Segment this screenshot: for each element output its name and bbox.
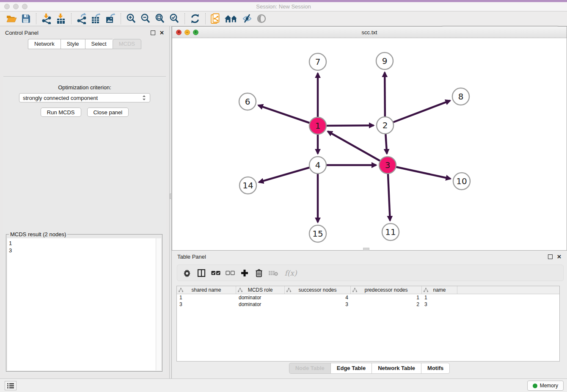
zoom-fit-icon[interactable] [153,12,167,25]
run-mcds-button[interactable]: Run MCDS [41,108,81,117]
delete-column-trash-icon[interactable] [253,267,265,279]
gear-icon[interactable] [181,267,193,279]
mcds-result-text[interactable]: 1 3 [7,238,156,370]
network-canvas[interactable]: 7968124314101511 [172,38,567,250]
tab-motifs[interactable]: Motifs [421,363,450,374]
svg-text:15: 15 [312,229,323,239]
mcds-result-group: MCDS result (2 nodes) 1 3 [6,234,162,372]
node-11[interactable]: 11 [382,224,399,240]
cell-predecessor-nodes[interactable]: 2 [351,301,422,308]
open-folder-icon[interactable] [4,12,19,25]
svg-text:14: 14 [242,180,253,190]
cell-successor-nodes[interactable]: 4 [285,294,351,301]
column-header-successor-nodes[interactable]: successor nodes [285,286,351,294]
edge-3-1[interactable] [328,131,388,165]
close-table-panel-icon[interactable]: ✕ [557,254,561,259]
main-toolbar [0,11,567,26]
node-7[interactable]: 7 [309,53,326,70]
zoom-out-icon[interactable] [138,12,153,25]
column-header-predecessor-nodes[interactable]: predecessor nodes [351,286,422,294]
node-10[interactable]: 10 [453,173,470,190]
cell-MCDS-role[interactable]: dominator [236,294,285,301]
network-graph[interactable]: 7968124314101511 [172,38,567,250]
float-panel-icon[interactable] [151,30,155,35]
svg-text:10: 10 [456,176,467,186]
cell-shared-name[interactable]: 1 [177,294,236,301]
deselect-all-checkboxes-icon[interactable] [224,267,237,279]
status-bar: Memory [0,378,567,392]
preview-eye-icon[interactable] [254,12,269,25]
network-close-button[interactable]: ✕ [176,30,182,35]
edge-3-10[interactable] [388,165,451,179]
node-9[interactable]: 9 [376,52,393,69]
network-view-window: scc.txt ✕ − + 7968124314101511 [172,26,567,251]
titlebar: Session: New Session [0,2,567,11]
node-14[interactable]: 14 [239,177,256,194]
import-network-icon[interactable] [39,12,54,25]
task-history-button[interactable] [5,381,17,390]
delete-table-icon [267,267,280,279]
column-header-MCDS-role[interactable]: MCDS role [236,286,285,294]
zoom-in-icon[interactable] [124,12,138,25]
edge-1-6[interactable] [259,105,318,126]
table-row[interactable]: 1dominator411 [177,294,559,301]
edge-2-8[interactable] [385,101,450,125]
tab-network[interactable]: Network [28,39,61,49]
close-panel-button[interactable]: Close panel [87,108,129,117]
window-title: Session: New Session [0,3,567,10]
column-header-shared-name[interactable]: shared name [177,286,236,294]
toolbar-separator [36,13,36,24]
cell-predecessor-nodes[interactable]: 1 [351,294,422,301]
import-table-icon[interactable] [54,12,68,25]
cell-MCDS-role[interactable]: dominator [236,301,285,308]
edge-4-14[interactable] [259,165,318,182]
export-table-icon[interactable] [89,12,103,25]
export-image-icon[interactable] [103,12,118,25]
select-all-checkboxes-icon[interactable] [209,267,222,279]
tab-mcds[interactable]: MCDS [113,39,141,49]
hide-style-icon[interactable] [240,12,254,25]
node-15[interactable]: 15 [309,225,326,242]
svg-text:6: 6 [245,97,250,107]
home-session-icon[interactable] [223,12,240,25]
node-3[interactable]: 3 [379,157,396,174]
network-maximize-button[interactable]: + [193,30,198,35]
selected-criterion: strongly connected component [23,95,98,101]
float-table-panel-icon[interactable] [548,254,553,259]
node-1[interactable]: 1 [309,117,326,134]
node-4[interactable]: 4 [309,157,326,174]
node-table[interactable]: shared nameMCDS rolesuccessor nodesprede… [176,286,560,362]
column-header-name[interactable]: name [422,286,457,294]
close-panel-icon[interactable]: ✕ [160,30,164,35]
save-session-icon[interactable] [19,12,33,25]
control-panel: Control Panel ✕ NetworkStyleSelectMCDS O… [0,26,169,378]
svg-text:3: 3 [385,160,391,170]
tab-node-table[interactable]: Node Table [289,363,330,374]
result-scrollbar[interactable] [156,238,161,370]
optimization-criterion-select[interactable]: strongly connected component [19,93,150,102]
node-8[interactable]: 8 [452,88,469,105]
table-row[interactable]: 3dominator323 [177,301,559,308]
zoom-selected-icon[interactable] [167,12,182,25]
cell-successor-nodes[interactable]: 3 [285,301,351,308]
tab-style[interactable]: Style [61,39,85,49]
tab-network-table[interactable]: Network Table [372,363,421,374]
add-column-icon[interactable] [238,267,251,279]
export-network-icon[interactable] [74,12,89,25]
table-tabs: Node TableEdge TableNetwork TableMotifs [172,363,567,374]
new-network-file-icon[interactable] [209,12,223,25]
cell-shared-name[interactable]: 3 [177,301,236,308]
memory-button[interactable]: Memory [527,381,564,391]
tab-select[interactable]: Select [85,39,113,49]
node-6[interactable]: 6 [239,93,256,110]
mcds-result-title: MCDS result (2 nodes) [9,231,67,237]
network-minimize-button[interactable]: − [184,30,190,35]
horizontal-split-grip[interactable] [363,248,369,251]
node-2[interactable]: 2 [377,117,394,134]
cell-name[interactable]: 1 [422,294,457,301]
split-columns-icon[interactable] [195,267,208,279]
refresh-layout-icon[interactable] [188,12,202,25]
chevron-updown-icon [142,94,146,101]
tab-edge-table[interactable]: Edge Table [330,363,372,374]
cell-name[interactable]: 3 [422,301,457,308]
